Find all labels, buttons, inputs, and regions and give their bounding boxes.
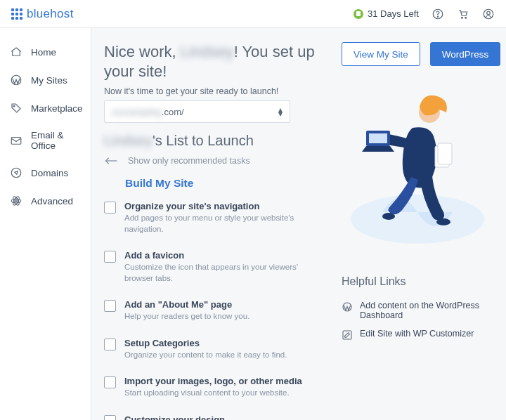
svg-point-9 (11, 168, 21, 178)
svg-point-5 (487, 11, 491, 15)
topbar: bluehost 31 Days Left (0, 0, 506, 28)
task-desc: Customize the icon that appears in your … (124, 262, 327, 284)
site-selector[interactable]: oursampling.com/ ▴▾ (104, 100, 290, 123)
task-desc: Add pages to your menu or style your web… (124, 213, 327, 235)
helpful-links: Helpful Links Add content on the WordPre… (342, 275, 493, 345)
task-item[interactable]: Setup CategoriesOrganize your content to… (104, 332, 327, 371)
sidebar-item-mysites[interactable]: My Sites (0, 66, 91, 94)
svg-point-19 (382, 213, 395, 220)
view-site-button[interactable]: View My Site (342, 42, 420, 66)
build-header: Build My Site (125, 177, 327, 190)
main: Nice work, Lindsey! You set up your site… (91, 28, 506, 420)
brand-text: bluehost (27, 7, 74, 21)
helpful-link-label: Add content on the WordPress Dashboard (360, 301, 493, 320)
helpful-header: Helpful Links (342, 275, 493, 288)
site-domain: oursampling.com/ (112, 107, 184, 117)
sidebar-item-marketplace[interactable]: Marketplace (0, 94, 91, 122)
sidebar-label: Email & Office (31, 130, 81, 151)
task-item[interactable]: Add an "About Me" pageHelp your readers … (104, 294, 327, 332)
svg-point-11 (11, 199, 21, 203)
task-title: Organize your site's navigation (124, 201, 327, 211)
checkbox[interactable] (104, 339, 116, 350)
task-item[interactable]: Customize your designSelect colors, font… (104, 409, 327, 420)
task-title: Customize your design (124, 414, 327, 420)
task-item[interactable]: Add a faviconCustomize the icon that app… (104, 244, 327, 294)
brand-logo[interactable]: bluehost (11, 7, 74, 21)
action-buttons: View My Site WordPress (342, 42, 493, 66)
compass-icon (10, 166, 22, 179)
task-title: Import your images, logo, or other media (124, 376, 302, 386)
sidebar-label: Home (31, 47, 56, 58)
days-left-label: 31 Days Left (368, 8, 419, 19)
home-icon (10, 46, 22, 58)
wordpress-button[interactable]: WordPress (430, 42, 501, 66)
svg-point-2 (462, 17, 463, 18)
task-item[interactable]: Organize your site's navigationAdd pages… (104, 195, 327, 244)
account-icon[interactable] (482, 8, 495, 20)
list-header: Lindsey's List to Launch (104, 133, 327, 149)
atom-icon (10, 195, 22, 207)
logo-grid-icon (11, 8, 22, 20)
sidebar-label: Marketplace (31, 103, 83, 114)
svg-point-3 (465, 17, 467, 18)
task-title: Setup Categories (124, 338, 287, 348)
filter-row: Show only recommended tasks (104, 156, 327, 166)
task-title: Add an "About Me" page (124, 299, 249, 310)
tag-icon (10, 102, 22, 114)
svg-point-18 (436, 218, 450, 225)
page-title: Nice work, Lindsey! You set up your site… (104, 42, 327, 81)
checkbox[interactable] (104, 415, 116, 420)
cart-icon[interactable] (457, 8, 469, 20)
edit-icon (342, 329, 353, 341)
sidebar-label: Domains (31, 168, 68, 178)
checkbox[interactable] (104, 376, 116, 388)
arrow-left-icon[interactable] (104, 156, 118, 166)
svg-point-14 (351, 195, 484, 244)
sidebar-label: My Sites (31, 75, 67, 86)
topbar-right: 31 Days Left (353, 8, 495, 20)
sidebar-item-home[interactable]: Home (0, 38, 91, 66)
helpful-link-dashboard[interactable]: Add content on the WordPress Dashboard (342, 296, 493, 324)
checkbox[interactable] (104, 202, 116, 214)
sidebar-item-domains[interactable]: Domains (0, 159, 91, 187)
chevron-updown-icon: ▴▾ (278, 107, 283, 116)
subtext: Now it's time to get your site ready to … (104, 86, 327, 96)
sidebar-label: Advanced (31, 196, 73, 206)
helpful-link-customizer[interactable]: Edit Site with WP Customizer (342, 324, 493, 345)
wordpress-icon (10, 74, 22, 86)
svg-rect-17 (369, 133, 387, 143)
checkbox[interactable] (104, 300, 116, 312)
svg-point-4 (484, 9, 493, 19)
svg-rect-23 (343, 331, 351, 339)
svg-point-1 (437, 16, 438, 17)
sidebar: Home My Sites Marketplace Email & Office… (0, 28, 91, 420)
trial-badge[interactable]: 31 Days Left (353, 8, 419, 19)
svg-point-10 (15, 200, 18, 202)
sidebar-item-advanced[interactable]: Advanced (0, 187, 91, 215)
svg-rect-8 (11, 138, 21, 145)
task-item[interactable]: Import your images, logo, or other media… (104, 370, 327, 409)
task-desc: Help your readers get to know you. (124, 311, 249, 322)
filter-label[interactable]: Show only recommended tasks (128, 156, 250, 166)
sidebar-item-email[interactable]: Email & Office (0, 122, 91, 159)
task-title: Add a favicon (124, 250, 327, 261)
svg-point-7 (13, 105, 15, 107)
hero-illustration (342, 79, 493, 254)
task-desc: Organize your content to make it easy to… (124, 350, 287, 361)
help-icon[interactable] (432, 8, 444, 20)
lock-icon (353, 9, 363, 19)
checkbox[interactable] (104, 251, 116, 263)
helpful-link-label: Edit Site with WP Customizer (360, 329, 474, 339)
mail-icon (10, 134, 22, 147)
svg-rect-21 (438, 143, 452, 164)
wordpress-icon (342, 301, 353, 313)
task-desc: Start uploading visual content to your w… (124, 388, 302, 399)
